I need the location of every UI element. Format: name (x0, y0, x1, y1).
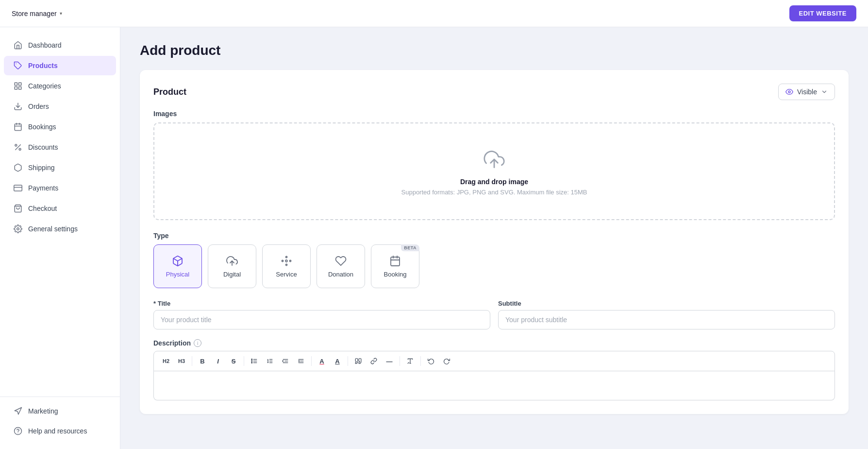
top-bar: Store manager ▾ EDIT WEBSITE (0, 0, 868, 27)
sidebar-item-checkout[interactable]: Checkout (4, 199, 116, 218)
undo-button[interactable] (424, 354, 438, 368)
sidebar-item-categories[interactable]: Categories (4, 76, 116, 96)
type-cards: Physical Digital (153, 244, 835, 288)
sidebar-item-label: Payments (28, 184, 58, 192)
redo-button[interactable] (439, 354, 454, 368)
blockquote-button[interactable] (351, 354, 366, 368)
toolbar-divider-6 (420, 356, 421, 366)
toolbar-divider-5 (400, 356, 400, 366)
box-icon (14, 163, 22, 172)
svg-point-24 (286, 256, 287, 258)
type-card-booking[interactable]: BETA Booking (371, 244, 419, 288)
settings-dots-icon (281, 255, 292, 267)
title-label: * Title (153, 300, 490, 307)
type-card-donation[interactable]: Donation (317, 244, 365, 288)
sidebar-item-marketing[interactable]: Marketing (4, 401, 116, 421)
help-circle-icon (14, 427, 22, 435)
upload-title: Drag and drop image (460, 178, 528, 186)
store-manager-dropdown[interactable]: Store manager ▾ (12, 10, 62, 17)
strikethrough-button[interactable]: S (226, 354, 241, 368)
sidebar-item-help[interactable]: Help and resources (4, 421, 116, 441)
description-label-row: Description i (153, 339, 835, 347)
home-icon (14, 41, 22, 50)
type-label-donation: Donation (328, 271, 353, 278)
sidebar-bottom: Marketing Help and resources (0, 397, 120, 441)
chevron-down-icon: ▾ (60, 11, 62, 16)
sidebar-item-bookings[interactable]: Bookings (4, 117, 116, 137)
image-upload-area[interactable]: Drag and drop image Supported formats: J… (153, 122, 835, 220)
eye-icon (785, 88, 793, 96)
grid-icon (14, 82, 22, 90)
subtitle-input[interactable] (498, 310, 835, 329)
text-bg-button[interactable]: A (330, 354, 345, 368)
visibility-dropdown[interactable]: Visible (778, 84, 835, 100)
upload-subtitle: Supported formats: JPG, PNG and SVG. Max… (401, 189, 587, 196)
type-card-service[interactable]: Service (262, 244, 311, 288)
info-icon[interactable]: i (194, 339, 201, 347)
editor-area[interactable] (153, 371, 835, 400)
italic-button[interactable]: I (211, 354, 225, 368)
title-input[interactable] (153, 310, 490, 329)
sidebar-item-discounts[interactable]: Discounts (4, 138, 116, 157)
card-header: Product Visible (153, 84, 835, 100)
svg-line-10 (16, 145, 21, 150)
svg-point-37 (251, 363, 252, 363)
text-color-button[interactable]: A (315, 354, 329, 368)
title-subtitle-row: * Title Subtitle (153, 300, 835, 329)
sidebar-item-label: Orders (28, 103, 49, 110)
sidebar-item-label: Shipping (28, 164, 55, 172)
sidebar-item-products[interactable]: Products (4, 56, 116, 75)
svg-rect-28 (391, 257, 400, 266)
dash-button[interactable]: — (382, 354, 397, 368)
subtitle-field-group: Subtitle (498, 300, 835, 329)
sidebar-item-label: Checkout (28, 205, 57, 212)
svg-line-49 (408, 362, 409, 363)
svg-point-27 (290, 260, 291, 261)
type-card-physical[interactable]: Physical (153, 244, 202, 288)
product-card: Product Visible Images (140, 70, 849, 414)
sidebar-item-payments[interactable]: Payments (4, 178, 116, 198)
svg-point-23 (285, 260, 287, 262)
svg-point-35 (251, 359, 252, 360)
svg-rect-1 (15, 83, 17, 85)
upload-icon (482, 147, 507, 172)
megaphone-icon (14, 407, 22, 415)
title-field-group: * Title (153, 300, 490, 329)
h3-button[interactable]: H3 (174, 354, 189, 368)
store-manager-label: Store manager (12, 10, 57, 17)
type-label: Type (153, 232, 835, 240)
bold-button[interactable]: B (195, 354, 210, 368)
indent-increase-button[interactable] (294, 354, 308, 368)
download-icon (14, 102, 22, 111)
credit-card-icon (14, 184, 22, 192)
sidebar-item-general-settings[interactable]: General settings (4, 219, 116, 239)
clear-format-button[interactable] (403, 354, 417, 368)
description-label: Description (153, 339, 191, 347)
svg-rect-6 (15, 124, 21, 131)
sidebar-item-label: Bookings (28, 123, 56, 131)
editor-wrapper: H2 H3 B I S (153, 351, 835, 400)
sidebar-item-label: Discounts (28, 143, 58, 151)
settings-icon (14, 224, 22, 233)
main-content: Add product Product Visible (120, 27, 868, 449)
editor-toolbar: H2 H3 B I S (153, 351, 835, 371)
indent-decrease-button[interactable] (278, 354, 293, 368)
link-button[interactable] (367, 354, 381, 368)
numbered-list-button[interactable] (263, 354, 277, 368)
bullet-list-button[interactable] (247, 354, 262, 368)
edit-website-button[interactable]: EDIT WEBSITE (789, 5, 856, 21)
sidebar-item-label: Products (28, 62, 58, 69)
sidebar: Dashboard Products Categories (0, 27, 120, 449)
sidebar-item-orders[interactable]: Orders (4, 97, 116, 116)
subtitle-label: Subtitle (498, 300, 835, 307)
type-card-digital[interactable]: Digital (208, 244, 256, 288)
h2-button[interactable]: H2 (159, 354, 173, 368)
title-label-text: * Title (153, 300, 170, 307)
sidebar-item-shipping[interactable]: Shipping (4, 158, 116, 177)
toolbar-divider-2 (244, 356, 244, 366)
svg-point-36 (251, 361, 252, 362)
shopping-bag-icon (14, 204, 22, 213)
type-label-booking: Booking (384, 271, 407, 278)
sidebar-item-dashboard[interactable]: Dashboard (4, 35, 116, 55)
sidebar-item-label: General settings (28, 225, 78, 233)
